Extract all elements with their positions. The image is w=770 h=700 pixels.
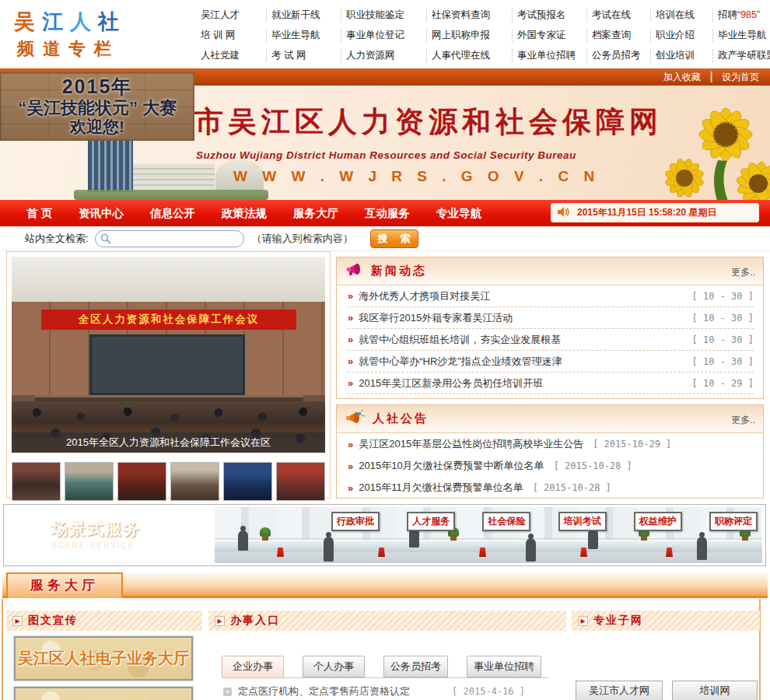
main-photo[interactable]: 全区人力资源和社会保障工作会议 2015年全区人力资源和社会保障工作会议在区	[12, 257, 325, 453]
photo-screen	[89, 334, 245, 395]
nav-item-home[interactable]: 首 页	[26, 206, 52, 221]
notice-list: »吴江区2015年基层公益性岗位招聘高校毕业生公告[ 2015-10-29 ] …	[337, 433, 763, 499]
top-link[interactable]: 人社党建	[201, 49, 266, 62]
notice-item-date: [ 2015-10-28 ]	[533, 482, 611, 493]
top-link[interactable]: 吴江人才	[201, 9, 266, 22]
queue-stand	[666, 548, 673, 557]
nav-item-info-disclosure[interactable]: 信息公开	[150, 206, 195, 221]
tab-personal[interactable]: 个人办事	[303, 656, 365, 677]
queue-stand	[378, 548, 385, 557]
promo-banner-ehall[interactable]: 吴江区人社电子业务大厅	[14, 636, 193, 681]
top-link[interactable]: 毕业生导航	[712, 29, 770, 42]
thumbnail[interactable]	[276, 462, 325, 501]
bullet-icon: »	[348, 355, 353, 367]
top-link[interactable]: 公务员招考	[586, 49, 650, 62]
top-link[interactable]: 人力资源网	[341, 49, 426, 62]
top-link[interactable]: 人事代理在线	[426, 49, 512, 62]
nav-item-service-hall[interactable]: 服务大厅	[293, 206, 338, 221]
search-input[interactable]	[95, 230, 244, 247]
photo-caption[interactable]: 2015年全区人力资源和社会保障工作会议在区	[12, 432, 325, 453]
notice-item-date: [ 2015-10-28 ]	[554, 460, 632, 471]
top-link[interactable]: 考试在线	[586, 9, 650, 22]
sign-admin-approval[interactable]: 行政审批	[331, 512, 380, 531]
podium-graphic	[133, 164, 215, 192]
main-nav: 首 页 资讯中心 信息公开 政策法规 服务大厅 互动服务 专业导航 2015年1…	[0, 200, 770, 226]
top-link[interactable]: 政产学研联盟	[712, 49, 770, 62]
site-url: W W W . W J R S . G O V . C N	[233, 168, 600, 185]
top-link[interactable]: 考 试 网	[266, 49, 341, 62]
queue-stand	[277, 548, 284, 557]
header: 吴江人社 频道专栏 吴江人才 就业新干线 职业技能鉴定 社保资料查询 考试预报名…	[0, 0, 770, 68]
sign-social-insurance[interactable]: 社会保险	[482, 512, 530, 531]
notice-item[interactable]: »2015年11月欠缴社保费预警单位名单[ 2015-10-28 ]	[348, 477, 754, 499]
logo-line1: 吴江人社	[14, 8, 181, 36]
thumbnail[interactable]	[117, 462, 166, 501]
sign-rights-protection[interactable]: 权益维护	[634, 512, 682, 531]
notice-item[interactable]: »2015年10月欠缴社保费预警中断单位名单[ 2015-10-28 ]	[348, 455, 754, 477]
hall-counter	[215, 540, 762, 552]
magnifier-icon	[100, 233, 111, 247]
sign-talent-service[interactable]: 人才服务	[407, 512, 455, 531]
news-item-date: [ 10 - 30 ]	[692, 356, 754, 367]
news-item[interactable]: »2015年吴江区新录用公务员初任培训开班[ 10 - 29 ]	[348, 373, 754, 394]
top-link[interactable]: 毕业生导航	[266, 29, 341, 42]
subnet-button-training[interactable]: 培训网	[672, 681, 758, 700]
nav-item-interactive[interactable]: 互动服务	[365, 206, 410, 221]
subnet-section-header: ▶ 专业子网	[572, 611, 760, 631]
notice-more-link[interactable]: 更多..	[731, 414, 755, 427]
news-item-text: 我区举行2015外籍专家看吴江活动	[359, 311, 513, 325]
logo-char: 江	[42, 10, 70, 33]
arrow-icon: ▶	[12, 616, 23, 626]
bullet-icon: »	[348, 482, 353, 494]
news-item[interactable]: »就管中心组织班组长培训，夯实企业发展根基[ 10 - 30 ]	[348, 329, 754, 351]
thumbnail[interactable]	[65, 462, 114, 501]
top-link[interactable]: 事业单位招聘	[512, 49, 586, 62]
top-link[interactable]: 事业单位登记	[341, 29, 426, 42]
notice-item-text: 2015年11月欠缴社保费预警单位名单	[359, 481, 523, 495]
top-link[interactable]: 创业培训	[650, 49, 712, 62]
top-link[interactable]: 职业技能鉴定	[341, 9, 426, 22]
plant-icon	[260, 527, 271, 537]
top-link[interactable]: 网上职称申报	[426, 29, 512, 42]
subnet-button-talent[interactable]: 吴江市人才网	[576, 681, 663, 700]
top-link[interactable]: 培训在线	[650, 9, 712, 22]
add-favorite-link[interactable]: 加入收藏	[663, 72, 701, 82]
contest-badge: 2015年 “吴江技能状元” 大赛 欢迎您!	[0, 72, 194, 141]
thumbnail[interactable]	[12, 462, 61, 501]
nav-item-subnets[interactable]: 专业导航	[436, 206, 481, 221]
news-item[interactable]: »我区举行2015外籍专家看吴江活动[ 10 - 30 ]	[348, 307, 754, 329]
top-link[interactable]: 档案查询	[586, 29, 650, 42]
news-item[interactable]: »海外优秀人才携项目对接吴江[ 10 - 30 ]	[348, 285, 754, 307]
sign-training-exam[interactable]: 培训考试	[558, 512, 607, 531]
search-button[interactable]: 搜 索	[370, 229, 418, 248]
site-logo[interactable]: 吴江人社 频道专栏	[14, 8, 181, 61]
top-link[interactable]: 外国专家证	[512, 29, 586, 42]
thumbnail[interactable]	[170, 462, 219, 501]
nav-item-policies[interactable]: 政策法规	[222, 206, 267, 221]
news-panel: 新闻动态 更多.. »海外优秀人才携项目对接吴江[ 10 - 30 ] »我区举…	[336, 257, 764, 399]
sign-title-evaluation[interactable]: 职称评定	[709, 512, 758, 531]
service-hall-tab[interactable]: 服务大厅	[6, 572, 123, 598]
thumbnail[interactable]	[223, 462, 272, 501]
news-more-link[interactable]: 更多..	[731, 266, 755, 279]
notice-panel: 人社公告 更多.. »吴江区2015年基层公益性岗位招聘高校毕业生公告[ 201…	[336, 404, 764, 499]
tab-civil-servant[interactable]: 公务员招考	[383, 656, 448, 677]
top-link[interactable]: 考试预报名	[512, 9, 586, 22]
top-link[interactable]: 培 训 网	[201, 29, 266, 42]
strip-separator: ┃	[709, 72, 714, 82]
top-link[interactable]: 就业新干线	[266, 9, 341, 22]
top-link[interactable]: 社保资料查询	[426, 9, 512, 22]
top-link-hot[interactable]: 招聘“985”	[712, 9, 770, 22]
nav-item-news-center[interactable]: 资讯中心	[79, 206, 124, 221]
entry-list-item[interactable]: + 定点医疗机构、定点零售药店资格认定 [ 2015-4-16 ]	[223, 684, 548, 699]
promo-banner-text: 吴江区人社电子业务大厅	[18, 648, 189, 669]
promo-banner-personal[interactable]: 个人参保服务平台	[14, 687, 193, 700]
top-link[interactable]: 职业介绍	[650, 29, 712, 42]
plus-icon: +	[223, 688, 232, 696]
tab-enterprise[interactable]: 企业办事	[222, 656, 284, 677]
news-item[interactable]: »就管中心举办“HR沙龙”指点企业绩效管理迷津[ 10 - 30 ]	[348, 351, 754, 373]
set-homepage-link[interactable]: 设为首页	[722, 72, 759, 82]
tab-public-institution[interactable]: 事业单位招聘	[467, 656, 541, 677]
notice-item[interactable]: »吴江区2015年基层公益性岗位招聘高校毕业生公告[ 2015-10-29 ]	[348, 433, 754, 455]
logo-char: 人	[70, 10, 98, 33]
